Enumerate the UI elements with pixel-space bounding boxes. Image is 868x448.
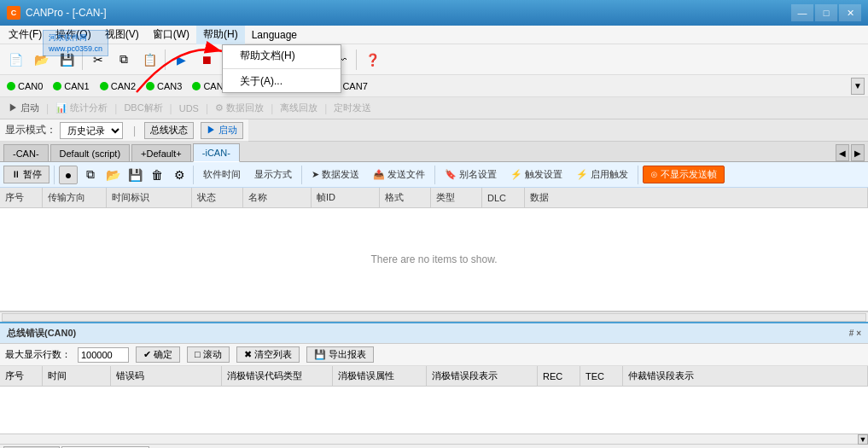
err-th-arb: 仲裁错误段表示 (623, 366, 868, 386)
record-btn[interactable]: ● (59, 166, 78, 184)
bottom-panel: 总线错误(CAN0) # × 最大显示行数： ✔ ✔ 确定 确定 □ 滚动 ✖ … (0, 322, 868, 444)
copy-btn[interactable]: ⧉ (112, 48, 136, 72)
floppy-btn[interactable]: 💾 (125, 166, 144, 184)
offline-btn: 离线回放 (275, 100, 323, 116)
th-status: 状态 (192, 188, 243, 207)
paste-btn[interactable]: 📋 (137, 48, 161, 72)
send-file-btn[interactable]: 📤 发送文件 (368, 166, 430, 183)
err-th-passive-seg: 消极错误段表示 (427, 366, 538, 386)
display-mode-btn[interactable]: 显示方式 (249, 166, 297, 183)
th-timestamp: 时间标识 (107, 188, 192, 207)
main-table-body: There are no items to show. (0, 208, 868, 311)
start-sec-btn[interactable]: ▶ 启动 (3, 100, 44, 116)
bottom-panel-header: 总线错误(CAN0) # × (0, 323, 868, 344)
can3-label: CAN3 (157, 81, 182, 91)
can4-dot (192, 82, 201, 90)
menu-window[interactable]: 窗口(W) (146, 26, 196, 44)
about-item[interactable]: 关于(A)... (223, 71, 341, 92)
clear-list-btn[interactable]: ✖ 清空列表 (236, 346, 300, 363)
clear-icon-btn[interactable]: 🗑 (148, 166, 166, 184)
main-table-header: 序号 传输方向 时间标识 状态 名称 帧ID 格式 类型 DLC 数据 (0, 188, 868, 208)
close-button[interactable]: ✕ (839, 4, 861, 21)
title-bar: C CANPro - [-CAN-] — □ ✕ (0, 0, 868, 26)
can2-label: CAN2 (111, 81, 136, 91)
dbc-btn: DBC解析 (119, 100, 167, 116)
menu-separator (223, 68, 341, 69)
not-show-send-btn[interactable]: ⊙ 不显示发送帧 (643, 166, 725, 183)
gear-icon-btn[interactable]: ⚙ (170, 166, 189, 184)
software-time-btn[interactable]: 软件时间 (198, 166, 246, 183)
start-display-btn[interactable]: ▶ 启动 (201, 122, 243, 139)
copy-icon-btn[interactable]: ⧉ (81, 166, 100, 184)
th-type: 类型 (431, 188, 482, 207)
horizontal-scrollbar[interactable] (0, 311, 868, 322)
error-table-body (0, 387, 868, 433)
err-th-tec: TEC (580, 366, 623, 386)
name-settings-btn[interactable]: 🔖 别名设置 (440, 166, 502, 183)
folder-btn[interactable]: 📂 (103, 166, 122, 184)
bottom-tab-bar: 搜索结果 总线错误(CAN0) (0, 444, 858, 448)
max-rows-input[interactable] (78, 347, 129, 363)
secondary-toolbar: ▶ 启动 | 📊 统计分析 | DBC解析 | UDS | ⚙ 数据回放 | 离… (0, 97, 868, 119)
scroll-btn[interactable]: □ 滚动 (187, 346, 230, 363)
err-th-seq: 序号 (0, 366, 43, 386)
display-mode-select[interactable]: 历史记录 实时模式 (60, 122, 123, 139)
trigger-settings-btn[interactable]: ⚡ 触发设置 (505, 166, 568, 183)
err-th-rec: REC (538, 366, 580, 386)
default-script-tab[interactable]: Default (script) (50, 144, 131, 161)
th-dlc: DLC (482, 188, 525, 207)
ican-toolbar: ⏸ 暂停 ● ⧉ 📂 💾 🗑 ⚙ 软件时间 显示方式 ➤ 数据发送 📤 发送文件… (0, 162, 868, 188)
main-toolbar: 📄 📂 💾 ✂ ⧉ 📋 ▶ ⏹ ⚙ 🔍 📊 📝 〰 ❓ (0, 44, 868, 75)
can0-dot (7, 82, 15, 90)
ican-tab[interactable]: -iCAN- (193, 143, 240, 162)
err-th-passive-type: 消极错误代码类型 (222, 366, 333, 386)
th-name: 名称 (243, 188, 312, 207)
scroll-down-btn[interactable]: ▼ (858, 434, 868, 445)
can0-channel[interactable]: CAN0 (3, 79, 46, 93)
can0-label: CAN0 (18, 81, 43, 91)
err-th-passive-attr: 消极错误属性 (333, 366, 427, 386)
check-icon: ✔ (143, 349, 151, 360)
panel-title: 总线错误(CAN0) (7, 327, 76, 340)
stop-btn[interactable]: ⏹ (195, 48, 218, 72)
default-plus-tab[interactable]: +Default+ (131, 144, 191, 161)
tab-next-btn[interactable]: ▶ (851, 144, 865, 161)
tab-bar: -CAN- Default (script) +Default+ -iCAN- … (0, 142, 868, 162)
error-toolbar: 最大显示行数： ✔ ✔ 确定 确定 □ 滚动 ✖ 清空列表 💾 导出报表 (0, 344, 868, 366)
new-btn[interactable]: 📄 (3, 48, 27, 72)
th-direction: 传输方向 (43, 188, 107, 207)
error-table-header: 序号 时间 错误码 消极错误代码类型 消极错误属性 消极错误段表示 REC TE… (0, 366, 868, 387)
can-channels-toolbar: CAN0 CAN1 CAN2 CAN3 CAN4 CAN5 CAN6 CAN7 … (0, 75, 868, 97)
toolbar-sep-2 (165, 49, 166, 70)
can1-channel[interactable]: CAN1 (50, 79, 92, 93)
export-btn[interactable]: 💾 导出报表 (306, 346, 374, 363)
start-btn[interactable]: ▶ (169, 48, 193, 72)
error-scrollbar[interactable]: ▼ (0, 433, 868, 444)
can3-channel[interactable]: CAN3 (143, 79, 185, 93)
send-data-btn[interactable]: ➤ 数据发送 (306, 166, 364, 183)
minimize-button[interactable]: — (791, 4, 813, 21)
th-data: 数据 (525, 188, 868, 207)
window-controls: — □ ✕ (791, 4, 861, 21)
enable-trigger-btn[interactable]: ⚡ 启用触发 (571, 166, 633, 183)
help-btn[interactable]: ❓ (360, 48, 384, 72)
bus-status-btn[interactable]: 总线状态 (144, 122, 194, 139)
pause-button[interactable]: ⏸ 暂停 (3, 166, 50, 183)
confirm-btn[interactable]: ✔ ✔ 确定 确定 (136, 346, 180, 363)
can-tab[interactable]: -CAN- (3, 144, 49, 161)
panel-pin-btn[interactable]: # × (849, 329, 861, 338)
maximize-button[interactable]: □ (815, 4, 837, 21)
help-doc-item[interactable]: 帮助文档(H) (223, 45, 341, 67)
can2-channel[interactable]: CAN2 (96, 79, 139, 93)
playback-btn: ⚙ 数据回放 (210, 100, 269, 116)
can-scroll-btn[interactable]: ▼ (851, 78, 865, 95)
can1-label: CAN1 (64, 81, 89, 91)
toolbar-sep-4 (356, 49, 357, 70)
tab-prev-btn[interactable]: ◀ (836, 144, 849, 161)
err-th-code: 错误码 (111, 366, 222, 386)
th-format: 格式 (380, 188, 431, 207)
menu-help[interactable]: 帮助(H) (196, 26, 245, 44)
can7-label: CAN7 (342, 81, 367, 91)
tab-navigation: ◀ ▶ (836, 144, 865, 161)
menu-language[interactable]: Language (245, 26, 304, 44)
